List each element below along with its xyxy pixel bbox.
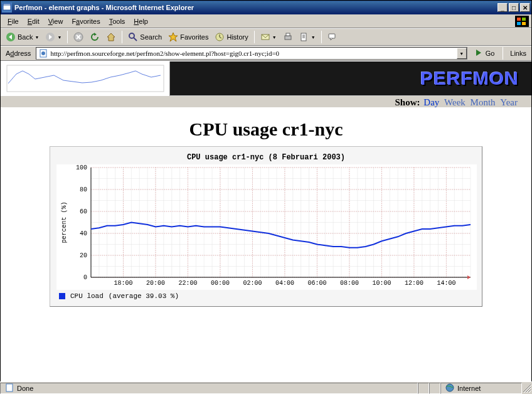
page-title: CPU usage cr1-nyc [1, 107, 531, 146]
chart-legend: CPU load (average 39.03 %) [56, 290, 476, 300]
svg-text:10:00: 10:00 [372, 280, 391, 287]
menu-edit[interactable]: Edit [23, 16, 44, 26]
toolbar: Back ▼ ▼ Search Favorites History ▼ ▼ [1, 28, 531, 46]
chart-container: CPU usage cr1-nyc (8 Februari 2003) 18:0… [50, 146, 482, 307]
svg-rect-4 [522, 22, 526, 25]
chevron-down-icon: ▼ [57, 35, 61, 40]
favorites-button[interactable]: Favorites [166, 30, 211, 44]
menu-favorites[interactable]: Favorites [67, 16, 104, 26]
history-icon [215, 32, 225, 42]
links-label[interactable]: Links [508, 50, 529, 57]
svg-text:08:00: 08:00 [340, 280, 359, 287]
search-label: Search [140, 33, 162, 41]
svg-text:20:00: 20:00 [146, 280, 165, 287]
svg-rect-2 [522, 18, 526, 21]
mail-icon [260, 32, 270, 42]
home-icon [106, 32, 116, 42]
page-icon [38, 48, 48, 58]
banner: PERFMON [170, 61, 531, 95]
svg-rect-17 [7, 65, 164, 92]
close-button[interactable]: ✕ [520, 3, 530, 12]
edit-button[interactable]: ▼ [297, 30, 318, 44]
legend-avg: (average 39.03 %) [109, 292, 179, 300]
back-button[interactable]: Back ▼ [3, 30, 41, 44]
back-icon [6, 32, 16, 42]
statusbar: Done Internet [0, 381, 532, 394]
menubar: File Edit View Favorites Tools Help [1, 14, 531, 28]
legend-swatch [59, 293, 65, 299]
svg-rect-12 [286, 33, 290, 36]
go-icon [474, 48, 484, 59]
svg-text:22:00: 22:00 [178, 280, 197, 287]
ie-logo-icon [515, 16, 529, 27]
print-button[interactable] [280, 30, 295, 44]
status-panel-1 [418, 383, 429, 394]
url-input[interactable] [50, 48, 456, 58]
forward-icon [45, 32, 55, 42]
show-year-link[interactable]: Year [499, 97, 519, 107]
refresh-icon [90, 32, 100, 42]
svg-text:percent (%): percent (%) [61, 201, 68, 243]
forward-button[interactable]: ▼ [43, 30, 64, 44]
window-title: Perfmon - element graphs - Microsoft Int… [14, 4, 496, 11]
addressbar: Address ▼ Go Links [1, 46, 531, 61]
browser-viewport: PERFMON Show: Day Week Month Year CPU us… [1, 61, 531, 381]
page-icon [4, 383, 14, 394]
maximize-button[interactable]: □ [509, 3, 519, 12]
search-button[interactable]: Search [125, 30, 164, 44]
menu-view[interactable]: View [44, 16, 68, 26]
chart-title: CPU usage cr1-nyc (8 Februari 2003) [56, 153, 476, 164]
svg-text:80: 80 [80, 186, 87, 193]
svg-rect-115 [6, 384, 13, 391]
svg-rect-1 [517, 18, 521, 21]
page-header: PERFMON [1, 61, 531, 96]
mail-button[interactable]: ▼ [258, 30, 279, 44]
svg-text:06:00: 06:00 [307, 280, 326, 287]
status-text: Done [17, 385, 33, 392]
show-week-link[interactable]: Week [443, 97, 467, 107]
star-icon [168, 32, 178, 42]
resize-grip[interactable] [522, 383, 532, 393]
menu-tools[interactable]: Tools [105, 16, 130, 26]
svg-text:40: 40 [80, 230, 87, 237]
favorites-label: Favorites [180, 33, 208, 41]
svg-text:0: 0 [83, 274, 87, 281]
chevron-down-icon: ▼ [35, 35, 39, 40]
show-day-link[interactable]: Day [422, 97, 440, 107]
svg-rect-11 [285, 36, 291, 40]
globe-icon [445, 383, 455, 394]
status-zone: Internet [440, 383, 522, 394]
svg-point-8 [129, 33, 134, 38]
legend-name: CPU load [70, 292, 104, 300]
go-button[interactable]: Go [470, 47, 499, 60]
app-icon [2, 3, 12, 13]
svg-rect-3 [517, 22, 521, 25]
show-bar: Show: Day Week Month Year [1, 96, 531, 107]
status-main: Done [0, 383, 418, 394]
show-month-link[interactable]: Month [469, 97, 497, 107]
svg-rect-13 [301, 33, 306, 41]
status-panel-2 [429, 383, 440, 394]
chevron-down-icon: ▼ [311, 35, 316, 40]
address-combo[interactable]: ▼ [36, 47, 467, 60]
svg-text:20: 20 [80, 252, 87, 259]
show-label: Show: [395, 97, 420, 107]
menu-file[interactable]: File [3, 16, 23, 26]
history-button[interactable]: History [212, 30, 250, 44]
print-icon [283, 32, 293, 42]
go-label: Go [486, 50, 495, 57]
svg-text:14:00: 14:00 [437, 280, 455, 287]
thumbnail-chart[interactable] [1, 61, 170, 96]
address-label: Address [3, 50, 33, 57]
refresh-button[interactable] [87, 30, 102, 44]
discuss-button[interactable] [325, 30, 340, 44]
stop-button[interactable] [71, 30, 86, 44]
zone-text: Internet [457, 385, 481, 392]
menu-help[interactable]: Help [129, 16, 152, 26]
chevron-down-icon: ▼ [272, 35, 277, 40]
home-button[interactable] [104, 30, 119, 44]
minimize-button[interactable]: _ [497, 3, 508, 12]
address-dropdown-button[interactable]: ▼ [457, 48, 467, 59]
chart-canvas: 18:0020:0022:0000:0002:0004:0006:0008:00… [56, 164, 477, 290]
svg-text:100: 100 [76, 164, 87, 171]
